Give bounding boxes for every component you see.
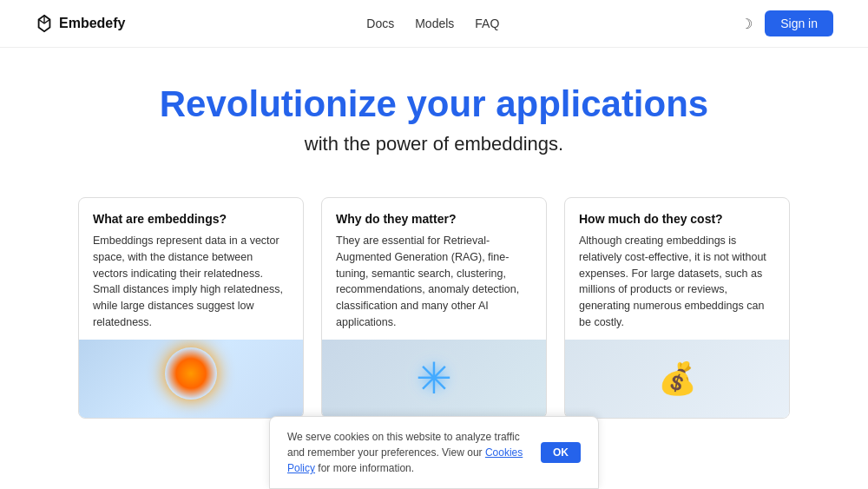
brand-logo[interactable]: Embedefy [35,14,125,33]
cookie-message-after: for more information. [315,462,414,474]
card-embeddings-text: Embeddings represent data in a vector sp… [93,233,289,331]
nav-links: Docs Models FAQ [366,17,499,30]
card-matter: Why do they matter? They are essential f… [321,197,547,419]
card-embeddings-image [79,340,303,418]
card-cost-content: How much do they cost? Although creating… [565,198,789,340]
card-cost-text: Although creating embeddings is relative… [579,233,775,331]
hero-section: Revolutionize your applications with the… [0,48,868,182]
hero-subtitle: with the power of embeddings. [17,133,851,155]
navbar-right: ☽ Sign in [740,10,833,36]
cookie-ok-button[interactable]: OK [541,442,581,463]
nav-models[interactable]: Models [415,17,454,30]
hero-title: Revolutionize your applications [17,84,851,124]
cookie-text: We serve cookies on this website to anal… [287,429,527,476]
cookie-banner: We serve cookies on this website to anal… [269,416,599,489]
card-embeddings: What are embeddings? Embeddings represen… [78,197,304,419]
card-embeddings-content: What are embeddings? Embeddings represen… [79,198,303,340]
card-matter-title: Why do they matter? [336,212,532,226]
navbar: Embedefy Docs Models FAQ ☽ Sign in [0,0,868,48]
card-cost-image [565,340,789,418]
card-matter-text: They are essential for Retrieval-Augment… [336,233,532,331]
card-cost-title: How much do they cost? [579,212,775,226]
card-cost: How much do they cost? Although creating… [564,197,790,419]
card-matter-content: Why do they matter? They are essential f… [322,198,546,340]
logo-icon [35,14,54,33]
nav-docs[interactable]: Docs [366,17,394,30]
card-embeddings-title: What are embeddings? [93,212,289,226]
card-matter-image [322,340,546,418]
cards-section: What are embeddings? Embeddings represen… [0,182,868,434]
dark-mode-toggle-icon[interactable]: ☽ [740,16,753,32]
nav-faq[interactable]: FAQ [475,17,499,30]
signin-button[interactable]: Sign in [765,10,833,36]
brand-name: Embedefy [59,16,125,31]
